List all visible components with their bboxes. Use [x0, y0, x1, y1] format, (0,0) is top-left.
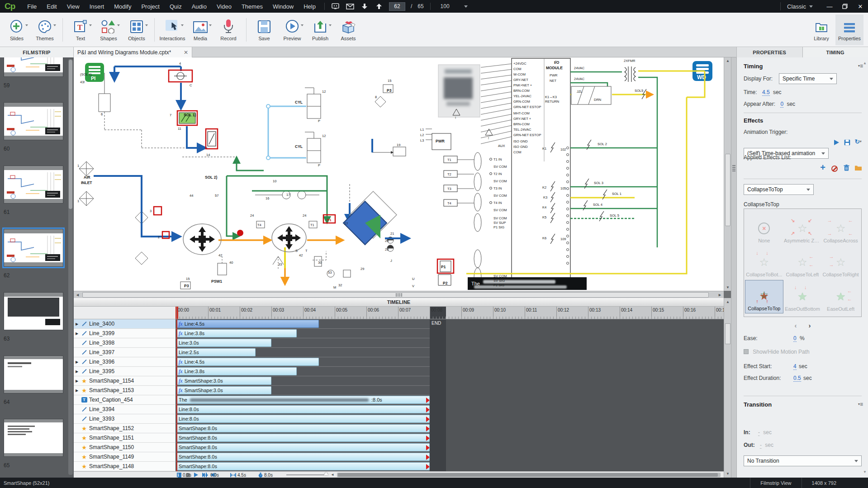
- dropdown-caret-icon[interactable]: [301, 24, 304, 26]
- timeline-bar-SmartShape_1149[interactable]: SmartShape:8.0s: [176, 453, 430, 461]
- layer-header-Line_3394[interactable]: Line_3394: [74, 405, 175, 414]
- toolbar-save-button[interactable]: Save: [250, 14, 278, 45]
- toolbar-text-button[interactable]: TText: [66, 14, 95, 45]
- timeline-bar-Line_3396[interactable]: fxLine:4.5s: [176, 358, 319, 366]
- timeline-bar-Line_3400[interactable]: fxLine:4.5s: [176, 320, 319, 328]
- transition-dropdown[interactable]: No Transition: [744, 455, 862, 466]
- toolbar-assets-button[interactable]: Assets: [334, 14, 362, 45]
- layer-header-Line_3399[interactable]: ▶Line_3399: [74, 329, 175, 338]
- mail-icon[interactable]: [344, 2, 356, 10]
- menu-edit[interactable]: Edit: [42, 3, 62, 10]
- toolbar-objects-button[interactable]: Objects: [123, 14, 151, 45]
- scroll-up-icon[interactable]: ▲: [726, 59, 730, 63]
- toolbar-preview-button[interactable]: Preview: [278, 14, 306, 45]
- delete-effect-button[interactable]: [842, 163, 851, 172]
- expand-arrow-icon[interactable]: ▶: [74, 322, 80, 326]
- menu-themes[interactable]: Themes: [237, 3, 268, 10]
- layer-header-Text_Caption_454[interactable]: TText_Caption_454: [74, 395, 175, 405]
- display-for-dropdown[interactable]: Specific Time: [779, 73, 837, 84]
- filmstrip-scrollbar[interactable]: [68, 59, 73, 475]
- playhead-line[interactable]: [176, 319, 177, 471]
- timeline-ruler[interactable]: 00:0000:0100:0200:0300:0400:0500:0600:07…: [175, 307, 724, 319]
- canvas-hscrollbar[interactable]: ◄ ►: [74, 291, 724, 298]
- timeline-bar-Line_3394[interactable]: Line:8.0s: [176, 405, 430, 413]
- timeline-bar-SmartShape_1150[interactable]: SmartShape:8.0s: [176, 443, 430, 451]
- layer-header-SmartShape_1149[interactable]: ★SmartShape_1149: [74, 452, 175, 462]
- timeline-bar-Line_3393[interactable]: Line:8.0s: [176, 415, 430, 423]
- menu-view[interactable]: View: [62, 3, 85, 10]
- layer-header-Line_3400[interactable]: ▶Line_3400: [74, 319, 175, 329]
- timeline-bar-Line_3398[interactable]: Line:3.0s: [176, 339, 271, 347]
- layer-header-Line_3396[interactable]: ▶Line_3396: [74, 357, 175, 367]
- expand-arrow-icon[interactable]: ▶: [74, 360, 80, 364]
- zoom-level-value[interactable]: 100: [434, 3, 456, 9]
- effect-option-collapsetoright[interactable]: ☆→→CollapseToRight: [821, 246, 860, 279]
- timeline-bar-Text_Caption_454[interactable]: The:8.0s: [176, 396, 430, 404]
- dropdown-caret-icon[interactable]: [53, 24, 56, 26]
- effect-option-collapsetobot-[interactable]: ☆↓↓CollapseToBot...: [745, 246, 783, 279]
- ease-value[interactable]: 0: [793, 335, 797, 342]
- appear-after-value[interactable]: 0: [780, 101, 783, 108]
- timeline-vscrollbar[interactable]: ▲ ▼: [724, 298, 731, 478]
- timeline-bar-Line_3395[interactable]: fxLine:3.8s: [176, 367, 297, 375]
- effect-option-collapsetotop[interactable]: ★☆↑↑CollapseToTop: [745, 280, 783, 313]
- slide-stage[interactable]: PI WD: [74, 57, 724, 291]
- panel-scroll-down-icon[interactable]: ▼: [863, 470, 867, 474]
- expand-arrow-icon[interactable]: ▶: [74, 379, 80, 383]
- remove-effect-button[interactable]: [830, 164, 839, 173]
- effect-option-asymmetric-zo-[interactable]: ☆↘↙↗↖Asymmetric Zo...: [783, 212, 822, 245]
- scroll-right-icon[interactable]: ►: [718, 293, 722, 297]
- slide-thumbnail[interactable]: [4, 166, 63, 204]
- menu-insert[interactable]: Insert: [85, 3, 109, 10]
- layer-header-SmartShape_1151[interactable]: ★SmartShape_1151: [74, 433, 175, 443]
- toolbar-shapes-button[interactable]: Shapes: [95, 14, 123, 45]
- slide-thumbnail[interactable]: [4, 292, 63, 330]
- effect-duration-value[interactable]: 0.5: [793, 375, 801, 382]
- effect-option-none[interactable]: ×None: [745, 212, 783, 245]
- filmstrip-slide-63[interactable]: 63: [4, 292, 63, 342]
- tab-close-icon[interactable]: ✕: [180, 49, 188, 56]
- dropdown-caret-icon[interactable]: [117, 24, 120, 26]
- timeline-bar-SmartShape_1152[interactable]: SmartShape:8.0s: [176, 424, 430, 432]
- workspace-switcher[interactable]: Classic: [787, 3, 822, 10]
- menu-audio[interactable]: Audio: [187, 3, 212, 10]
- toolbar-themes-button[interactable]: Themes: [31, 14, 59, 45]
- menu-quiz[interactable]: Quiz: [165, 3, 187, 10]
- timeline-bar-SmartShape_1151[interactable]: SmartShape:8.0s: [176, 434, 430, 442]
- current-slide-input[interactable]: 62: [389, 2, 405, 11]
- timeline-bar-SmartShape_1153[interactable]: fxSmartShape:3.0s: [176, 386, 271, 394]
- toolbar-media-button[interactable]: Media: [186, 14, 214, 45]
- layer-header-SmartShape_1148[interactable]: ★SmartShape_1148: [74, 462, 175, 471]
- restore-button[interactable]: [837, 1, 853, 11]
- layer-header-SmartShape_1153[interactable]: ▶★SmartShape_1153: [74, 386, 175, 395]
- filmstrip-slide-65[interactable]: 65: [4, 419, 63, 469]
- dropdown-caret-icon[interactable]: [25, 24, 28, 26]
- browse-effects-button[interactable]: [854, 163, 863, 172]
- expand-arrow-icon[interactable]: ▶: [74, 370, 80, 374]
- gallery-prev-icon[interactable]: ‹: [795, 322, 797, 329]
- motion-path-checkbox[interactable]: [744, 349, 749, 354]
- menu-modify[interactable]: Modify: [109, 3, 136, 10]
- menu-window[interactable]: Window: [268, 3, 299, 10]
- scroll-left-icon[interactable]: ◄: [331, 473, 334, 477]
- timeline-bar-Line_3397[interactable]: Line:2.5s: [176, 348, 256, 356]
- revert-effect-icon[interactable]: ↻▾: [854, 137, 863, 146]
- timeline-bar-SmartShape_1154[interactable]: fxSmartShape:3.0s: [176, 377, 271, 385]
- menu-help[interactable]: Help: [299, 3, 321, 10]
- slide-thumbnail[interactable]: [4, 229, 63, 267]
- layer-header-SmartShape_1152[interactable]: ★SmartShape_1152: [74, 424, 175, 433]
- menu-video[interactable]: Video: [212, 3, 237, 10]
- scroll-down-icon[interactable]: ▼: [726, 285, 730, 289]
- effect-option-collapseacross[interactable]: ☆→←→←CollapseAcross: [821, 212, 860, 245]
- dropdown-caret-icon[interactable]: [181, 24, 184, 26]
- applied-effects-dropdown[interactable]: CollapseToTop: [744, 184, 814, 195]
- timeline-hscrollbar[interactable]: [337, 473, 721, 477]
- timeline-zoom-slider[interactable]: [286, 474, 326, 475]
- menu-file[interactable]: File: [22, 3, 42, 10]
- expand-arrow-icon[interactable]: ▶: [74, 332, 80, 336]
- slide-thumbnail[interactable]: [4, 57, 63, 77]
- effect-start-value[interactable]: 4: [793, 363, 797, 370]
- panel-divider[interactable]: [731, 57, 736, 478]
- time-value[interactable]: 4.5: [762, 89, 770, 96]
- document-tab[interactable]: P&I and Wiring Diagrams Module.cptx* ✕: [74, 47, 192, 57]
